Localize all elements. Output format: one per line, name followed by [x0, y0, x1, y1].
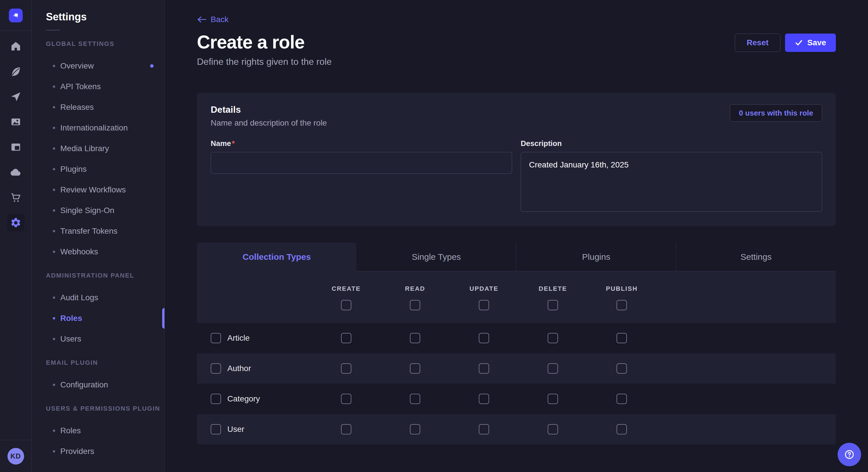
select-all-publish-checkbox[interactable]	[617, 300, 627, 310]
details-card-header: Details Name and description of the role…	[211, 104, 822, 128]
feather-icon[interactable]	[0, 59, 31, 84]
header-actions: Reset Save	[735, 34, 836, 52]
table-row-author: Author	[197, 353, 836, 384]
permissions-tabs: Collection Types Single Types Plugins Se…	[197, 243, 836, 271]
user-create-checkbox[interactable]	[341, 424, 351, 434]
user-row-checkbox[interactable]	[211, 424, 221, 434]
sidebar-item-media-library[interactable]: Media Library	[32, 138, 164, 159]
media-library-icon[interactable]	[0, 109, 31, 134]
back-link[interactable]: Back	[197, 15, 228, 24]
column-publish: PUBLISH	[587, 271, 656, 323]
article-row-checkbox[interactable]	[211, 333, 221, 343]
user-publish-checkbox[interactable]	[617, 424, 627, 434]
tab-plugins[interactable]: Plugins	[516, 243, 676, 271]
bullet-icon	[53, 86, 55, 88]
page-subtitle: Define the rights given to the role	[197, 57, 836, 67]
strapi-logo-icon	[11, 11, 20, 20]
select-all-update-checkbox[interactable]	[479, 300, 489, 310]
sidebar-item-transfer-tokens[interactable]: Transfer Tokens	[32, 221, 164, 241]
bullet-icon	[53, 338, 55, 340]
category-update-checkbox[interactable]	[479, 394, 489, 404]
article-create-checkbox[interactable]	[341, 333, 351, 343]
category-read-checkbox[interactable]	[410, 394, 420, 404]
row-name-cell: Article	[197, 333, 312, 343]
sidebar-item-plugins[interactable]: Plugins	[32, 159, 164, 179]
user-delete-checkbox[interactable]	[548, 424, 558, 434]
settings-active-tile	[7, 214, 24, 231]
users-with-role-button[interactable]: 0 users with this role	[730, 104, 822, 122]
article-update-checkbox[interactable]	[479, 333, 489, 343]
notification-dot	[150, 64, 154, 68]
category-publish-checkbox[interactable]	[617, 394, 627, 404]
sidebar-item-up-roles[interactable]: Roles	[32, 420, 164, 441]
bullet-icon	[53, 250, 55, 253]
category-delete-checkbox[interactable]	[548, 394, 558, 404]
author-publish-checkbox[interactable]	[617, 363, 627, 374]
content-type-builder-icon[interactable]	[0, 134, 31, 160]
help-button[interactable]	[838, 443, 861, 466]
sidebar-item-providers[interactable]: Providers	[32, 441, 164, 462]
section-header: EMAIL PLUGIN	[46, 359, 164, 367]
save-button[interactable]: Save	[785, 34, 836, 52]
table-row-article: Article	[197, 323, 836, 353]
sidebar-item-review-workflows[interactable]: Review Workflows	[32, 179, 164, 200]
article-delete-checkbox[interactable]	[548, 333, 558, 343]
sidebar-item-single-sign-on[interactable]: Single Sign-On	[32, 200, 164, 221]
tab-single-types[interactable]: Single Types	[356, 243, 516, 271]
article-read-checkbox[interactable]	[410, 333, 420, 343]
logo-section	[0, 0, 31, 31]
reset-button[interactable]: Reset	[735, 34, 780, 52]
bullet-icon	[53, 317, 55, 319]
sidebar-item-webhooks[interactable]: Webhooks	[32, 241, 164, 262]
column-read: READ	[381, 271, 450, 323]
select-all-create-checkbox[interactable]	[341, 300, 351, 310]
description-textarea[interactable]: Created January 16th, 2025	[521, 152, 822, 212]
bullet-icon	[53, 127, 55, 129]
article-publish-checkbox[interactable]	[617, 333, 627, 343]
bullet-icon	[53, 168, 55, 170]
category-row-checkbox[interactable]	[211, 394, 221, 404]
user-update-checkbox[interactable]	[479, 424, 489, 434]
strapi-logo[interactable]	[9, 9, 23, 22]
column-delete: DELETE	[518, 271, 587, 323]
user-read-checkbox[interactable]	[410, 424, 420, 434]
sidebar-item-configuration[interactable]: Configuration	[32, 374, 164, 395]
active-indicator	[162, 308, 164, 329]
column-update: UPDATE	[450, 271, 518, 323]
select-all-delete-checkbox[interactable]	[548, 300, 558, 310]
app-root: KD Settings GLOBAL SETTINGS Overview API…	[0, 0, 868, 472]
avatar-section: KD	[0, 440, 31, 472]
sidebar-item-api-tokens[interactable]: API Tokens	[32, 76, 164, 97]
table-row-user: User	[197, 414, 836, 444]
name-input[interactable]	[211, 152, 512, 174]
sidebar-item-overview[interactable]: Overview	[32, 56, 164, 76]
section-email-plugin: EMAIL PLUGIN Configuration	[32, 359, 164, 395]
author-row-checkbox[interactable]	[211, 363, 221, 374]
settings-subnav: Settings GLOBAL SETTINGS Overview API To…	[32, 0, 165, 472]
sidebar-item-audit-logs[interactable]: Audit Logs	[32, 287, 164, 308]
category-create-checkbox[interactable]	[341, 394, 351, 404]
select-all-read-checkbox[interactable]	[410, 300, 420, 310]
sidebar-item-releases[interactable]: Releases	[32, 97, 164, 117]
author-update-checkbox[interactable]	[479, 363, 489, 374]
author-read-checkbox[interactable]	[410, 363, 420, 374]
home-icon[interactable]	[0, 34, 31, 59]
bullet-icon	[53, 450, 55, 452]
bullet-icon	[53, 230, 55, 232]
cloud-icon[interactable]	[0, 160, 31, 185]
author-delete-checkbox[interactable]	[548, 363, 558, 374]
sidebar-item-roles[interactable]: Roles	[32, 308, 164, 329]
sidebar-item-internationalization[interactable]: Internationalization	[32, 117, 164, 138]
avatar[interactable]: KD	[7, 448, 24, 465]
bullet-icon	[53, 65, 55, 67]
marketplace-cart-icon[interactable]	[0, 185, 31, 210]
paper-plane-icon[interactable]	[0, 84, 31, 109]
sidebar-item-users[interactable]: Users	[32, 329, 164, 349]
row-name-cell: Author	[197, 363, 312, 374]
tab-settings[interactable]: Settings	[676, 243, 836, 271]
tab-collection-types[interactable]: Collection Types	[197, 243, 356, 271]
settings-gear-icon[interactable]	[0, 210, 31, 235]
back-arrow-icon	[197, 16, 206, 23]
author-create-checkbox[interactable]	[341, 363, 351, 374]
table-row-category: Category	[197, 384, 836, 414]
